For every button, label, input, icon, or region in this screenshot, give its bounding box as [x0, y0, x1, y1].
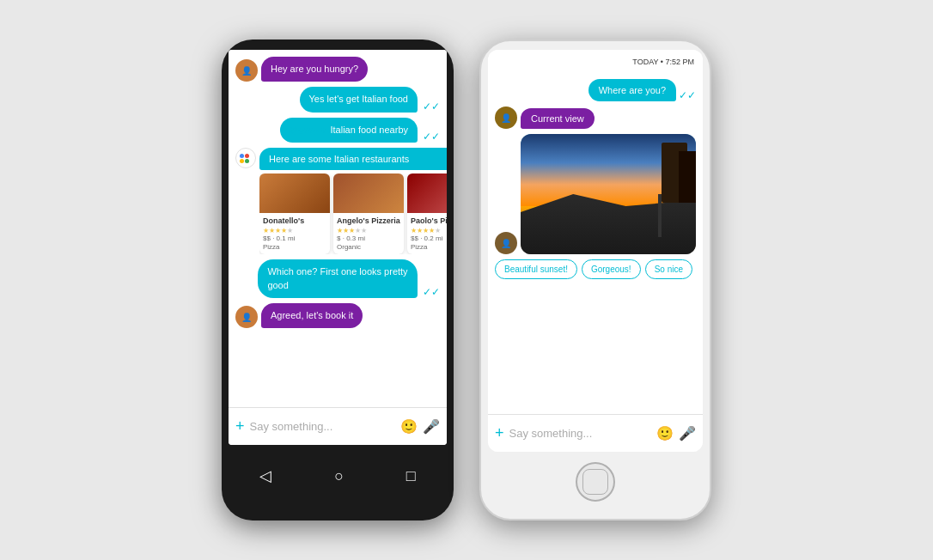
restaurant-name-3: Paolo's Piz...	[411, 216, 447, 225]
plus-icon[interactable]: +	[235, 417, 245, 435]
assistant-content: Here are some Italian restaurants Donate…	[259, 148, 447, 254]
restaurant-card-1[interactable]: Donatello's ★★★★★ $$ · 0.1 mi Pizza	[259, 173, 330, 254]
ios-input-placeholder[interactable]: Say something...	[509, 427, 651, 440]
ios-emoji-icon[interactable]: 🙂	[656, 425, 674, 441]
ios-screen: TODAY • 7:52 PM Where are you? ✓✓ 👤 Curr…	[488, 50, 703, 452]
ios-phone: TODAY • 7:52 PM Where are you? ✓✓ 👤 Curr…	[479, 40, 711, 520]
building-far-right	[679, 151, 696, 203]
stars-3: ★★★★★	[411, 227, 447, 234]
ios-plus-icon[interactable]: +	[495, 424, 504, 442]
check-icon-1: ✓✓	[423, 100, 440, 113]
bubble-current-view: Current view	[521, 108, 595, 129]
card-body-1: Donatello's ★★★★★ $$ · 0.1 mi Pizza	[259, 213, 330, 254]
ios-chat-area: Where are you? ✓✓ 👤 Current view 👤	[488, 74, 703, 414]
type-2: Organic	[337, 243, 400, 251]
card-body-3: Paolo's Piz... ★★★★★ $$ · 0.2 mi Pizza	[407, 213, 447, 254]
quick-reply-sunset[interactable]: Beautiful sunset!	[495, 259, 577, 279]
dot-blue	[240, 154, 244, 158]
quick-reply-gorgeous[interactable]: Gorgeous!	[582, 259, 641, 279]
bubble-hey-hungry: Hey are you hungry?	[261, 57, 368, 82]
ios-status-bar: TODAY • 7:52 PM	[488, 50, 703, 74]
home-button[interactable]: ○	[334, 467, 344, 485]
bubble-italian: Yes let's get Italian food	[300, 87, 418, 112]
ios-avatar-2: 👤	[495, 232, 517, 254]
recents-button[interactable]: □	[406, 467, 416, 485]
user-avatar-1: 👤	[235, 59, 258, 82]
card-image-3	[407, 173, 447, 213]
msg-current-view: 👤 Current view	[495, 107, 696, 129]
msg-italian-food: Yes let's get Italian food ✓✓	[235, 87, 440, 112]
assistant-restaurants-msg: Here are some Italian restaurants Donate…	[235, 148, 440, 254]
msg-avatar-only: 👤	[495, 134, 696, 254]
check-icon-2: ✓✓	[423, 131, 440, 143]
stars-1: ★★★★★	[263, 227, 326, 234]
google-label: @google	[290, 125, 326, 135]
emoji-icon[interactable]: 🙂	[400, 418, 418, 435]
restaurant-card-2[interactable]: Angelo's Pizzeria ★★★★★ $ · 0.3 mi Organ…	[333, 173, 404, 254]
check-icon-ios: ✓✓	[679, 89, 696, 101]
stars-2: ★★★★★	[337, 227, 400, 234]
dot-green	[245, 159, 249, 163]
msg-which-one: Which one? First one looks pretty good ✓…	[235, 259, 440, 298]
dot-red	[245, 154, 249, 158]
msg-google-search: @google Italian food nearby ✓✓	[235, 118, 440, 143]
bubble-agreed: Agreed, let's book it	[261, 303, 363, 328]
meta-1: $$ · 0.1 mi	[263, 234, 326, 242]
ios-home-inner	[582, 469, 608, 495]
bubble-google-search: @google Italian food nearby	[280, 118, 418, 143]
bubble-where: Where are you?	[588, 79, 676, 101]
dot-yellow	[240, 159, 244, 163]
quick-reply-nice[interactable]: So nice	[645, 259, 692, 279]
check-icon-3: ✓✓	[423, 286, 440, 298]
ios-avatar-1: 👤	[495, 107, 517, 129]
google-dots	[240, 154, 252, 163]
type-3: Pizza	[411, 243, 447, 251]
android-chat-area: 👤 Hey are you hungry? Yes let's get Ital…	[229, 50, 447, 407]
android-screen: 👤 Hey are you hungry? Yes let's get Ital…	[229, 50, 447, 445]
card-image-2	[333, 173, 404, 213]
restaurant-name-2: Angelo's Pizzeria	[337, 216, 400, 225]
msg-agreed: 👤 Agreed, let's book it	[235, 303, 440, 328]
android-input-area: + Say something... 🙂 🎤	[229, 407, 447, 445]
restaurant-card-3[interactable]: Paolo's Piz... ★★★★★ $$ · 0.2 mi Pizza	[407, 173, 447, 254]
ios-home-area	[488, 452, 703, 512]
google-assistant-icon	[235, 148, 256, 168]
sunset-image	[521, 134, 696, 254]
ios-home-button[interactable]	[576, 462, 615, 502]
status-time: TODAY • 7:52 PM	[632, 58, 694, 66]
ios-input-area: + Say something... 🙂 🎤	[488, 414, 703, 452]
google-search-text: Italian food nearby	[330, 125, 408, 135]
android-input-placeholder[interactable]: Say something...	[250, 420, 395, 433]
user-avatar-2: 👤	[235, 306, 258, 328]
card-image-1	[259, 173, 330, 213]
mic-icon[interactable]: 🎤	[423, 418, 440, 435]
android-phone: 👤 Hey are you hungry? Yes let's get Ital…	[222, 40, 454, 520]
assistant-text-bubble: Here are some Italian restaurants	[259, 148, 447, 170]
android-nav-bar: ◁ ○ □	[229, 450, 447, 502]
ios-mic-icon[interactable]: 🎤	[679, 425, 696, 441]
card-body-2: Angelo's Pizzeria ★★★★★ $ · 0.3 mi Organ…	[333, 213, 404, 254]
quick-replies: Beautiful sunset! Gorgeous! So nice	[495, 259, 696, 279]
type-1: Pizza	[263, 243, 326, 251]
back-button[interactable]: ◁	[259, 466, 271, 485]
restaurant-cards: Donatello's ★★★★★ $$ · 0.1 mi Pizza Ange…	[259, 173, 447, 254]
meta-2: $ · 0.3 mi	[337, 234, 400, 242]
restaurant-name-1: Donatello's	[263, 216, 326, 225]
meta-3: $$ · 0.2 mi	[411, 234, 447, 242]
sculpture-pole	[658, 194, 662, 237]
bubble-which-one: Which one? First one looks pretty good	[258, 259, 418, 298]
msg-hey-hungry: 👤 Hey are you hungry?	[235, 57, 440, 82]
msg-where-are-you: Where are you? ✓✓	[495, 79, 696, 101]
